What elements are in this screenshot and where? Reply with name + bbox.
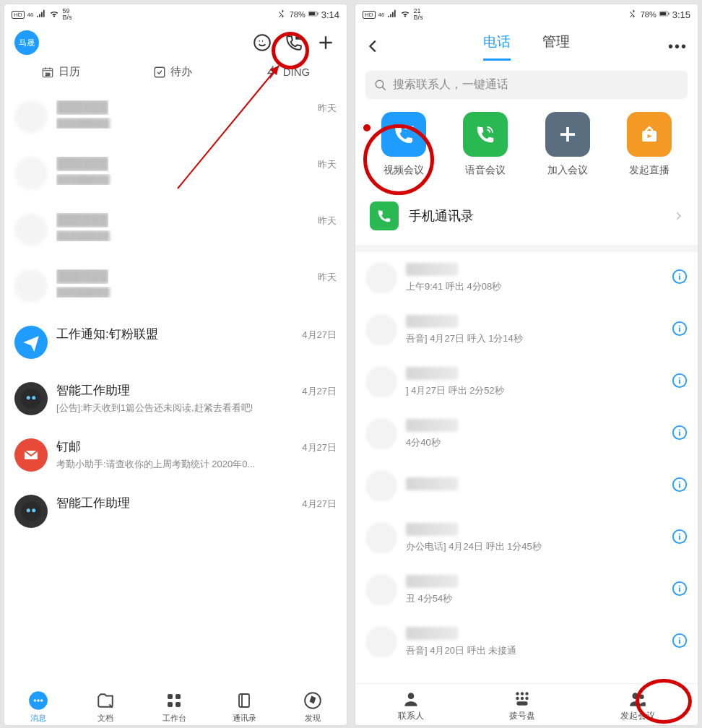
nav-dial[interactable]: 拨号盘 xyxy=(509,690,535,722)
svg-point-17 xyxy=(40,699,43,702)
call-name xyxy=(406,263,493,276)
call-meta: 吾音] 4月20日 呼出 未接通 xyxy=(406,644,663,657)
search-icon xyxy=(374,79,387,92)
call-avatar xyxy=(365,574,397,606)
videocall-icon xyxy=(381,112,426,157)
svg-rect-20 xyxy=(168,702,173,707)
quick-label: 发起直播 xyxy=(629,164,670,177)
call-item[interactable]: 上午9:41 呼出 4分08秒 xyxy=(365,252,688,304)
quick-plus[interactable]: 加入会议 xyxy=(545,112,590,177)
nav-msg[interactable]: 消息 xyxy=(27,690,49,724)
search-input[interactable]: 搜索联系人，一键通话 xyxy=(365,71,688,99)
contacts-row[interactable]: 手机通讯录 xyxy=(365,191,688,240)
chat-item[interactable]: ██████昨天████████ xyxy=(14,202,337,258)
info-icon[interactable] xyxy=(672,633,688,651)
tab-calendar[interactable]: 29 日历 xyxy=(41,65,80,79)
svg-point-40 xyxy=(521,692,524,695)
bottom-nav: 联系人拨号盘发起会议 xyxy=(355,683,698,725)
nav-label: 拨号盘 xyxy=(509,710,535,722)
tab-calendar-label: 日历 xyxy=(58,65,80,79)
quick-label: 语音会议 xyxy=(465,164,506,177)
plus-icon[interactable] xyxy=(315,32,337,53)
quick-videocall[interactable]: 视频会议 xyxy=(381,112,426,177)
quick-label: 加入会议 xyxy=(547,164,588,177)
tab-manage[interactable]: 管理 xyxy=(542,32,570,61)
svg-point-41 xyxy=(525,692,528,695)
nav-label: 通讯录 xyxy=(233,713,256,724)
call-meta: 丑 4分54秒 xyxy=(406,592,663,605)
chat-item[interactable]: 钉邮4月27日考勤小助手:请查收你的上周考勤统计 2020年0... xyxy=(14,427,337,483)
call-item[interactable] xyxy=(365,460,688,512)
chat-subtitle: 考勤小助手:请查收你的上周考勤统计 2020年0... xyxy=(56,458,337,471)
chat-time: 昨天 xyxy=(318,158,337,171)
tab-ding[interactable]: DING xyxy=(266,65,311,79)
back-button[interactable] xyxy=(365,38,394,54)
chat-item[interactable]: ██████昨天████████ xyxy=(14,145,337,202)
chat-title: 智能工作助理 xyxy=(56,495,130,511)
call-avatar xyxy=(365,262,397,294)
call-item[interactable]: 4分40秒 xyxy=(365,408,688,460)
call-avatar xyxy=(365,366,397,398)
tab-todo[interactable]: 待办 xyxy=(153,65,192,79)
svg-point-38 xyxy=(408,693,415,699)
svg-point-13 xyxy=(32,508,35,512)
call-item[interactable]: 吾音] 4月27日 呼入 1分14秒 xyxy=(365,304,688,356)
call-item[interactable]: ] 4月27日 呼出 2分52秒 xyxy=(365,356,688,408)
svg-rect-45 xyxy=(516,701,527,705)
call-meta: 4分40秒 xyxy=(406,436,663,449)
info-icon[interactable] xyxy=(672,425,688,443)
chat-title: 钉邮 xyxy=(56,438,81,455)
info-icon[interactable] xyxy=(672,373,688,391)
call-meta: ] 4月27日 呼出 2分52秒 xyxy=(406,384,663,397)
nav-compass[interactable]: 发现 xyxy=(302,690,324,724)
quick-voicecall[interactable]: 语音会议 xyxy=(463,112,508,177)
call-item[interactable]: 吾音] 4月20日 呼出 未接通 xyxy=(365,616,688,668)
chat-item[interactable]: ██████昨天████████ xyxy=(14,89,337,145)
call-name xyxy=(406,575,493,588)
more-button[interactable]: ••• xyxy=(659,38,688,55)
nav-folder[interactable]: 文档 xyxy=(95,690,116,724)
call-name xyxy=(406,419,493,432)
nav-grid[interactable]: 工作台 xyxy=(162,690,186,724)
chat-item[interactable]: ██████昨天████████ xyxy=(14,258,337,314)
bluetooth-icon xyxy=(277,9,287,20)
chat-item[interactable]: 智能工作助理4月27日[公告]:昨天收到1篇公告还未阅读,赶紧去看看吧! xyxy=(14,370,337,427)
info-icon[interactable] xyxy=(672,581,688,599)
avatar[interactable]: 马晟 xyxy=(14,30,39,55)
call-item[interactable]: 丑 4分54秒 xyxy=(365,564,688,616)
info-icon[interactable] xyxy=(672,269,688,287)
clock: 3:15 xyxy=(672,9,690,20)
status-bar: HD 46 59 B/s 78% 3:14 xyxy=(4,4,347,25)
quick-live[interactable]: 发起直播 xyxy=(627,112,672,177)
wifi-icon xyxy=(400,9,410,20)
phone-right: HD 46 21 B/s 78% 3:15 电话 管理 ••• 搜索联系人，一键… xyxy=(355,4,698,726)
chat-item[interactable]: 工作通知:钉粉联盟4月27日 xyxy=(14,314,337,370)
info-icon[interactable] xyxy=(672,321,688,339)
call-log: 上午9:41 呼出 4分08秒吾音] 4月27日 呼入 1分14秒] 4月27日… xyxy=(355,252,698,683)
phone-video-icon[interactable] xyxy=(283,32,305,53)
tab-phone[interactable]: 电话 xyxy=(483,32,511,61)
chat-time: 4月27日 xyxy=(302,329,337,342)
phone-left: HD 46 59 B/s 78% 3:14 马晟 xyxy=(4,4,347,726)
chat-avatar xyxy=(14,382,48,415)
svg-point-16 xyxy=(37,699,40,702)
info-icon[interactable] xyxy=(672,529,688,547)
svg-rect-18 xyxy=(168,694,173,699)
net-unit: B/s xyxy=(62,14,72,21)
chat-item[interactable]: 智能工作助理4月27日 xyxy=(14,483,337,540)
nav-people[interactable]: 发起会议 xyxy=(620,690,655,722)
status-bar: HD 46 21 B/s 78% 3:15 xyxy=(355,4,698,25)
call-item[interactable]: 办公电话] 4月24日 呼出 1分45秒 xyxy=(365,512,688,564)
svg-point-27 xyxy=(376,80,384,88)
nav-book[interactable]: 通讯录 xyxy=(233,690,256,724)
chat-subtitle: ████████ xyxy=(56,118,337,129)
nav-person[interactable]: 联系人 xyxy=(398,690,424,722)
chevron-right-icon xyxy=(673,211,683,221)
info-icon[interactable] xyxy=(672,477,688,495)
svg-point-47 xyxy=(639,695,644,700)
person-icon xyxy=(400,690,422,708)
page-header: 电话 管理 ••• xyxy=(355,25,698,64)
nav-label: 发起会议 xyxy=(620,710,655,722)
divider xyxy=(355,245,698,252)
scan-icon[interactable] xyxy=(251,32,273,53)
